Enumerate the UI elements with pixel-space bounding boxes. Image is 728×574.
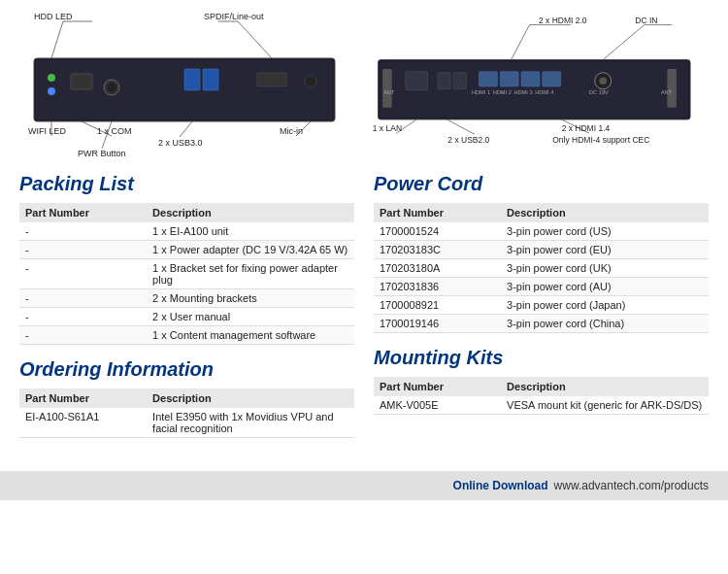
svg-rect-5	[71, 74, 92, 89]
ordering-desc-header: Description	[147, 388, 354, 408]
part-number-cell: 170203180A	[374, 259, 501, 278]
part-number-cell: AMK-V005E	[374, 396, 501, 415]
description-cell: 3-pin power cord (UK)	[501, 259, 709, 278]
svg-text:ANT: ANT	[661, 89, 673, 95]
svg-text:PWR Button: PWR Button	[78, 149, 126, 158]
svg-line-12	[51, 21, 63, 58]
svg-text:DC IN: DC IN	[635, 16, 657, 25]
svg-line-14	[238, 21, 272, 58]
svg-line-54	[447, 119, 474, 134]
table-row: -2 x User manual	[19, 308, 354, 326]
description-cell: Intel E3950 with 1x Movidius VPU and fac…	[147, 408, 354, 438]
part-number-cell: 170203183C	[374, 241, 501, 259]
footer: Online Download www.advantech.com/produc…	[0, 471, 728, 500]
svg-text:2 x HDMI 1.4: 2 x HDMI 1.4	[562, 123, 611, 133]
part-number-cell: 1700019146	[374, 315, 501, 333]
svg-line-18	[180, 121, 192, 137]
svg-text:HDMI 3: HDMI 3	[513, 89, 532, 95]
description-cell: 2 x User manual	[147, 308, 354, 326]
svg-text:1 x COM: 1 x COM	[97, 126, 132, 136]
svg-text:2 x HDMI 2.0: 2 x HDMI 2.0	[539, 16, 587, 25]
description-cell: 3-pin power cord (AU)	[501, 278, 709, 296]
svg-line-49	[512, 25, 530, 60]
description-cell: 3-pin power cord (Japan)	[501, 296, 709, 315]
svg-rect-36	[500, 72, 518, 86]
power-part-header: Part Number	[374, 203, 501, 222]
svg-rect-32	[406, 72, 428, 90]
svg-text:SPDIF/Line-out: SPDIF/Line-out	[204, 12, 264, 21]
part-number-cell: -	[19, 259, 147, 289]
svg-rect-31	[382, 69, 391, 108]
part-number-cell: -	[19, 326, 147, 345]
table-row: 17020318363-pin power cord (AU)	[374, 278, 709, 296]
back-panel-illustration: HDMI 1 HDMI 2 HDMI 3 HDMI 4 DC 19V ANT A…	[369, 8, 709, 163]
svg-text:HDD LED: HDD LED	[34, 12, 73, 21]
part-number-cell: -	[19, 241, 147, 259]
svg-point-3	[48, 74, 55, 82]
ordering-info-title: Ordering Information	[19, 358, 354, 381]
svg-rect-35	[480, 72, 498, 86]
svg-text:WIFI LED: WIFI LED	[28, 126, 67, 136]
svg-text:HDMI 2: HDMI 2	[493, 89, 512, 95]
table-row: 17000015243-pin power cord (US)	[374, 222, 709, 241]
svg-text:2 x USB3.0: 2 x USB3.0	[158, 138, 203, 148]
svg-point-40	[599, 77, 607, 84]
part-number-cell: 1700001524	[374, 222, 501, 241]
table-row: -1 x Content management software	[19, 326, 354, 345]
ordering-info-table: Part Number Description EI-A100-S61A1Int…	[19, 388, 354, 438]
mounting-kits-title: Mounting Kits	[374, 347, 709, 369]
svg-text:Mic-in: Mic-in	[280, 126, 303, 136]
mounting-kits-table: Part Number Description AMK-V005EVESA mo…	[374, 377, 709, 415]
front-panel-illustration: HDD LED SPDIF/Line-out WIFI LED 1 x COM …	[19, 8, 359, 163]
packing-desc-header: Description	[147, 203, 354, 222]
svg-rect-10	[257, 73, 286, 86]
table-row: -1 x Bracket set for fixing power adapte…	[19, 259, 354, 289]
table-row: 170203180A3-pin power cord (UK)	[374, 259, 709, 278]
description-cell: 2 x Mounting brackets	[147, 289, 354, 308]
svg-text:2 x USB2.0: 2 x USB2.0	[447, 135, 489, 145]
description-cell: 3-pin power cord (US)	[501, 222, 709, 241]
power-desc-header: Description	[501, 203, 709, 222]
table-row: -1 x EI-A100 unit	[19, 222, 354, 241]
part-number-cell: EI-A100-S61A1	[19, 408, 147, 438]
part-number-cell: 1700008921	[374, 296, 501, 315]
mounting-part-header: Part Number	[374, 377, 501, 396]
packing-list-table: Part Number Description -1 x EI-A100 uni…	[19, 203, 354, 345]
footer-label: Online Download	[453, 479, 548, 492]
ordering-part-header: Part Number	[19, 388, 147, 408]
power-cord-table: Part Number Description 17000015243-pin …	[374, 203, 709, 333]
svg-line-51	[603, 25, 645, 60]
svg-rect-38	[543, 72, 561, 86]
power-cord-title: Power Cord	[374, 173, 709, 195]
description-cell: 1 x EI-A100 unit	[147, 222, 354, 241]
svg-rect-7	[203, 69, 218, 90]
description-cell: 1 x Bracket set for fixing power adapter…	[147, 259, 354, 289]
table-row: 170203183C3-pin power cord (EU)	[374, 241, 709, 259]
mounting-desc-header: Description	[501, 377, 709, 396]
description-cell: 1 x Content management software	[147, 326, 354, 345]
part-number-cell: -	[19, 289, 147, 308]
svg-text:HDMI 4: HDMI 4	[535, 89, 553, 95]
right-content: Power Cord Part Number Description 17000…	[374, 173, 709, 452]
left-content: Packing List Part Number Description -1 …	[19, 173, 354, 452]
packing-list-title: Packing List	[19, 173, 354, 195]
svg-point-9	[107, 83, 116, 92]
svg-point-4	[48, 87, 55, 95]
svg-text:HDMI 1: HDMI 1	[472, 89, 490, 95]
svg-rect-33	[438, 73, 450, 89]
svg-text:1 x LAN: 1 x LAN	[373, 123, 402, 133]
description-cell: 3-pin power cord (China)	[501, 315, 709, 333]
part-number-cell: -	[19, 222, 147, 241]
svg-text:DC 19V: DC 19V	[589, 89, 609, 95]
part-number-cell: 1702031836	[374, 278, 501, 296]
table-row: AMK-V005EVESA mount kit (generic for ARK…	[374, 396, 709, 415]
packing-part-header: Part Number	[19, 203, 147, 222]
svg-rect-6	[184, 69, 200, 90]
table-row: -1 x Power adapter (DC 19 V/3.42A 65 W)	[19, 241, 354, 259]
svg-point-11	[305, 76, 316, 87]
table-row: EI-A100-S61A1Intel E3950 with 1x Movidiu…	[19, 408, 354, 438]
description-cell: 3-pin power cord (EU)	[501, 241, 709, 259]
footer-url: www.advantech.com/products	[554, 479, 709, 492]
table-row: -2 x Mounting brackets	[19, 289, 354, 308]
description-cell: 1 x Power adapter (DC 19 V/3.42A 65 W)	[147, 241, 354, 259]
